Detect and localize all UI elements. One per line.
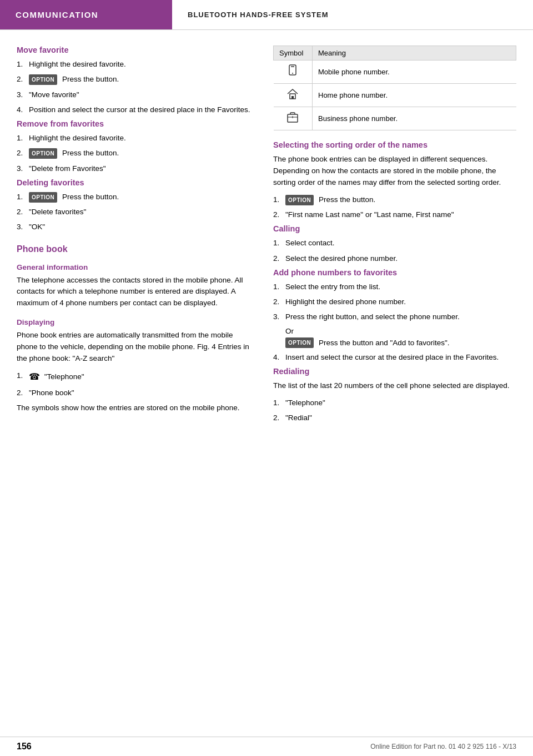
symbol-table: Symbol Meaning Mobile phone number. — [273, 46, 516, 130]
step-item: 1. Select the entry from the list. — [273, 281, 516, 293]
redialing-steps: 1. "Telephone" 2. "Redial" — [273, 397, 516, 424]
option-button: OPTION — [29, 74, 57, 85]
displaying-para: Phone book entries are automatically tra… — [17, 330, 255, 365]
step-item: 3. "Move favorite" — [17, 89, 255, 100]
step-item: 3. Press the right button, and select th… — [273, 311, 516, 322]
deleting-favorites-section: Deleting favorites 1. OPTION Press the b… — [17, 178, 255, 233]
step-item: 1. Highlight the desired favorite. — [17, 59, 255, 70]
option-button: OPTION — [285, 337, 314, 348]
phone-book-section: Phone book General information The telep… — [17, 244, 255, 415]
calling-title: Calling — [273, 224, 516, 233]
step-item: 3. "OK" — [17, 221, 255, 233]
remove-favorites-steps: 1. Highlight the desired favorite. 2. OP… — [17, 133, 255, 174]
meaning-cell: Mobile phone number. — [313, 61, 516, 84]
step-item: 2. "Phone book" — [17, 387, 255, 399]
table-row: Mobile phone number. — [274, 61, 516, 84]
displaying-steps: 1. ☎ "Telephone" 2. "Phone book" — [17, 370, 255, 399]
displaying-footer-para: The symbols show how the entries are sto… — [17, 402, 255, 414]
mobile-phone-icon — [286, 64, 299, 77]
or-label: Or — [285, 327, 516, 335]
telephone-icon: ☎ — [29, 370, 40, 384]
right-column: Symbol Meaning Mobile phone number. — [273, 46, 516, 427]
table-row: Home phone number. — [274, 84, 516, 107]
sorting-order-para: The phone book entries can be displayed … — [273, 154, 516, 189]
calling-section: Calling 1. Select contact. 2. Select the… — [273, 224, 516, 264]
footer-text: Online Edition for Part no. 01 40 2 925 … — [370, 743, 516, 750]
redialing-para: The list of the last 20 numbers of the c… — [273, 380, 516, 392]
step-item: 2. "Delete favorites" — [17, 206, 255, 218]
option-button: OPTION — [29, 192, 57, 203]
header-subsection-label: BLUETOOTH HANDS-FREE SYSTEM — [172, 0, 344, 29]
business-phone-icon — [286, 110, 299, 124]
step-item: 2. Highlight the desired phone number. — [273, 296, 516, 308]
redialing-title: Redialing — [273, 367, 516, 376]
general-info-para: The telephone accesses the contacts stor… — [17, 275, 255, 310]
step-item: 2. OPTION Press the button. — [17, 74, 255, 85]
step-item: 1. Select contact. — [273, 238, 516, 249]
option-button: OPTION — [29, 148, 57, 159]
svg-rect-4 — [291, 96, 294, 99]
move-favorite-steps: 1. Highlight the desired favorite. 2. OP… — [17, 59, 255, 115]
symbol-col-header: Symbol — [274, 46, 313, 61]
move-favorite-title: Move favorite — [17, 46, 255, 54]
step-item: 2. "Redial" — [273, 412, 516, 424]
option-add-step: OPTION Press the button and "Add to favo… — [273, 337, 516, 349]
page-number: 156 — [17, 742, 32, 752]
sorting-order-steps: 1. OPTION Press the button. 2. "First na… — [273, 194, 516, 221]
step-item: 3. "Delete from Favorites" — [17, 163, 255, 174]
left-column: Move favorite 1. Highlight the desired f… — [17, 46, 255, 427]
step-item: 1. OPTION Press the button. — [273, 194, 516, 205]
move-favorite-section: Move favorite 1. Highlight the desired f… — [17, 46, 255, 115]
step-item: 1. OPTION Press the button. — [17, 191, 255, 203]
step-item: 1. Highlight the desired favorite. — [17, 133, 255, 144]
step-item: 4. Position and select the cursor at the… — [17, 104, 255, 115]
step-item: 4. Insert and select the cursor at the d… — [273, 352, 516, 363]
table-row: Business phone number. — [274, 107, 516, 130]
deleting-favorites-title: Deleting favorites — [17, 178, 255, 187]
symbol-cell — [274, 84, 313, 107]
add-phone-numbers-title: Add phone numbers to favorites — [273, 268, 516, 277]
page-footer: 156 Online Edition for Part no. 01 40 2 … — [0, 737, 533, 756]
remove-favorites-section: Remove from favorites 1. Highlight the d… — [17, 119, 255, 174]
option-button: OPTION — [285, 195, 314, 205]
page-header: COMMUNICATION BLUETOOTH HANDS-FREE SYSTE… — [0, 0, 533, 30]
sorting-order-section: Selecting the sorting order of the names… — [273, 140, 516, 220]
deleting-favorites-steps: 1. OPTION Press the button. 2. "Delete f… — [17, 191, 255, 233]
svg-point-2 — [292, 73, 293, 74]
add-phone-numbers-steps: 1. Select the entry from the list. 2. Hi… — [273, 281, 516, 323]
redialing-section: Redialing The list of the last 20 number… — [273, 367, 516, 424]
displaying-subtitle: Displaying — [17, 318, 255, 326]
step-item: 2. OPTION Press the button. — [17, 148, 255, 159]
step-item: 1. "Telephone" — [273, 397, 516, 409]
step-item: 2. "First name Last name" or "Last name,… — [273, 209, 516, 220]
meaning-cell: Home phone number. — [313, 84, 516, 107]
home-phone-icon — [286, 87, 299, 100]
meaning-cell: Business phone number. — [313, 107, 516, 130]
add-phone-numbers-step4: 4. Insert and select the cursor at the d… — [273, 352, 516, 363]
step-item: 1. ☎ "Telephone" — [17, 370, 255, 384]
remove-favorites-title: Remove from favorites — [17, 119, 255, 128]
add-phone-numbers-section: Add phone numbers to favorites 1. Select… — [273, 268, 516, 363]
general-info-subtitle: General information — [17, 263, 255, 271]
calling-steps: 1. Select contact. 2. Select the desired… — [273, 238, 516, 264]
main-content: Move favorite 1. Highlight the desired f… — [0, 30, 533, 444]
header-section-label: COMMUNICATION — [0, 0, 172, 29]
sorting-order-title: Selecting the sorting order of the names — [273, 140, 516, 149]
symbol-cell — [274, 107, 313, 130]
meaning-col-header: Meaning — [313, 46, 516, 61]
phone-book-title: Phone book — [17, 244, 255, 254]
symbol-cell — [274, 61, 313, 84]
step-item: 2. Select the desired phone number. — [273, 253, 516, 264]
